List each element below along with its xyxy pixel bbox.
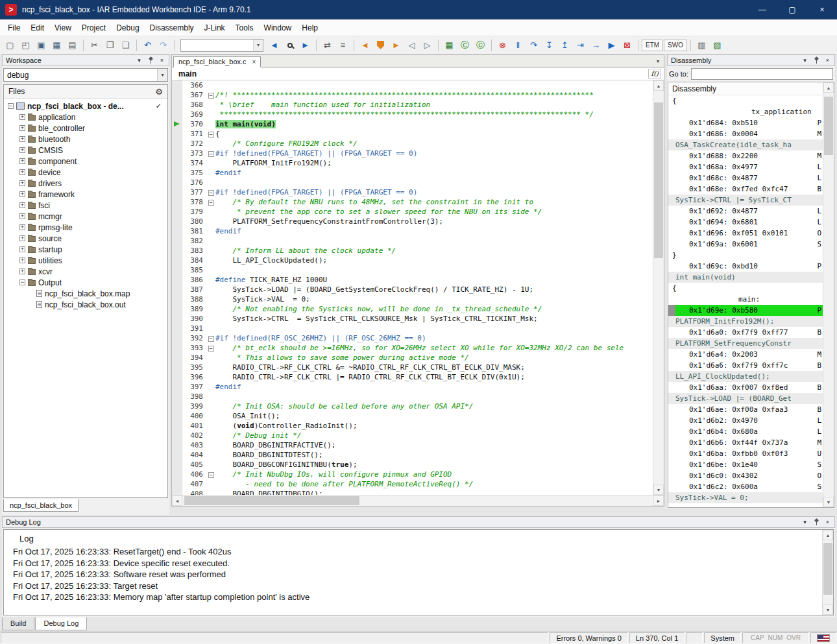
disassembly-row[interactable]: 0x1'd688: 0x2200M — [668, 150, 823, 161]
tree-item-application[interactable]: +application — [4, 112, 167, 123]
tree-item-output[interactable]: −Output — [4, 277, 167, 288]
undo-button[interactable]: ↶ — [140, 38, 155, 53]
go-button[interactable]: ▶ — [604, 38, 619, 53]
tree-item-rpmsg-lite[interactable]: +rpmsg-lite — [4, 222, 167, 233]
fold-collapse-icon[interactable]: − — [208, 200, 214, 206]
save-all-button[interactable]: ▦ — [49, 38, 64, 53]
breakpoint-margin-cell[interactable] — [172, 440, 183, 450]
disassembly-row[interactable]: 0x1'd6a4: 0x2003M — [668, 349, 823, 360]
scroll-left-button[interactable]: ◄ — [172, 495, 182, 506]
code-line-375[interactable]: 375#endif — [172, 168, 653, 178]
menu-item-view[interactable]: View — [49, 21, 77, 35]
code-line-394[interactable]: 394 * This allows to save some power dur… — [172, 353, 653, 363]
fold-collapse-icon[interactable]: − — [208, 132, 214, 137]
breakpoint-margin-cell[interactable] — [172, 187, 183, 197]
code-line-406[interactable]: 406− /* Init NbuDbg IOs, will configure … — [172, 470, 653, 479]
breakpoint-margin-cell[interactable] — [172, 207, 183, 217]
disassembly-row[interactable]: 0x1'd6b2: 0x4970L — [668, 415, 823, 426]
disassembly-row[interactable]: 0x1'd69a: 0x6001S — [668, 239, 823, 250]
code-line-407[interactable]: 407 - need to be done after PLATFORM_Rem… — [172, 479, 653, 489]
disassembly-row[interactable]: 0x1'd6ae: 0xf00a 0xfaa3B — [668, 404, 823, 415]
code-line-374[interactable]: 374 PLATFORM_InitFro192M(); — [172, 158, 653, 168]
code-line-389[interactable]: 389 /* Not enabling the Systicks now, wi… — [172, 304, 653, 314]
disassembly-row[interactable]: 0x1'd6a0: 0xf7f9 0xff77B — [668, 327, 823, 338]
breakpoint-margin-cell[interactable] — [172, 479, 183, 489]
step-into-button[interactable]: ↧ — [542, 38, 557, 53]
disassembly-row[interactable]: 0x1'd696: 0xf051 0x0101O — [668, 228, 823, 239]
disassembly-row[interactable]: 0x1'd6b4: 0x680aL — [668, 426, 823, 437]
code-line-390[interactable]: 390 SysTick->CTRL = SysTick_CTRL_CLKSOUR… — [172, 314, 653, 324]
tree-expander-icon[interactable]: − — [19, 280, 25, 285]
breakpoint-margin-cell[interactable] — [172, 363, 183, 372]
breakpoint-margin-cell[interactable] — [172, 460, 183, 470]
breakpoint-margin-cell[interactable] — [172, 110, 183, 119]
save-button[interactable]: ▣ — [34, 38, 49, 53]
tree-item-CMSIS[interactable]: +CMSIS — [4, 145, 167, 156]
tree-item-framework[interactable]: +framework — [4, 189, 167, 200]
navigate-forward-button[interactable]: ► — [298, 38, 313, 53]
disassembly-row[interactable]: 0x1'd686: 0x0004M — [668, 128, 823, 139]
previous-bookmark-button[interactable]: ◄ — [358, 38, 372, 53]
tree-expander-icon[interactable]: + — [19, 147, 25, 153]
next-bookmark-button[interactable]: ► — [389, 38, 404, 53]
navigate-backward-button[interactable]: ◄ — [267, 38, 282, 53]
code-line-370[interactable]: 370int main(void) — [172, 119, 653, 129]
tree-expander-icon[interactable]: + — [19, 268, 25, 274]
breakpoint-margin-cell[interactable] — [172, 90, 183, 100]
replace-button[interactable]: ⇄ — [320, 38, 335, 53]
disassembly-row[interactable]: { — [668, 95, 823, 106]
paste-button[interactable]: ❑ — [118, 38, 133, 53]
breakpoint-margin-cell[interactable] — [172, 401, 183, 411]
disassembly-row[interactable]: 0x1'd6aa: 0xf007 0xf8edB — [668, 382, 823, 393]
code-line-401[interactable]: 401 (void)Controller_RadioInit(); — [172, 421, 653, 431]
menu-item-edit[interactable]: Edit — [25, 21, 49, 35]
code-line-387[interactable]: 387 SysTick->LOAD |= (BOARD_GetSystemCor… — [172, 285, 653, 294]
current-function-label[interactable]: main — [178, 69, 197, 78]
fold-collapse-icon[interactable]: − — [208, 93, 214, 99]
disassembly-row[interactable]: 0x1'd69e: 0xb580P — [668, 305, 823, 316]
tree-expander-icon[interactable]: + — [19, 213, 25, 219]
code-line-404[interactable]: 404 BOARD_DBGINITDTEST(); — [172, 450, 653, 460]
tree-expander-icon[interactable]: + — [19, 202, 25, 208]
code-line-371[interactable]: 371−{ — [172, 129, 653, 139]
disassembly-row[interactable]: 0x1'd684: 0xb510P — [668, 117, 823, 128]
code-line-400[interactable]: 400 OSA_Init(); — [172, 411, 653, 421]
menu-item-debug[interactable]: Debug — [111, 21, 144, 35]
code-line-386[interactable]: 386#define TICK_RATE_HZ 1000U — [172, 275, 653, 285]
fold-collapse-icon[interactable]: − — [208, 336, 214, 342]
menu-item-j-link[interactable]: J-Link — [199, 21, 230, 35]
disassembly-row[interactable]: PLATFORM_InitFro192M(); — [668, 316, 823, 327]
combobox-dropdown-icon[interactable]: ▾ — [253, 40, 263, 51]
tree-expander-icon[interactable]: + — [19, 180, 25, 186]
fold-margin-cell[interactable]: − — [206, 90, 215, 100]
debug-log-vertical-scrollbar[interactable]: ▲ ▼ — [822, 530, 833, 615]
code-line-380[interactable]: 380 PLATFORM_SetFrequencyConstraintFromC… — [172, 217, 653, 226]
breakpoint-margin-cell[interactable] — [172, 450, 183, 460]
breakpoint-margin-cell[interactable] — [172, 294, 183, 304]
code-line-397[interactable]: 397#endif — [172, 382, 653, 392]
disassembly-row[interactable]: SysTick->CTRL |= SysTick_CT — [668, 195, 823, 206]
breakpoint-margin-cell[interactable] — [172, 217, 183, 226]
toolbar-search-input[interactable] — [181, 40, 253, 51]
code-line-379[interactable]: 379 * prevent the app core to set a slow… — [172, 207, 653, 217]
panel-menu-icon[interactable]: ▾ — [801, 519, 808, 525]
disassembly-row[interactable]: tx_application — [668, 106, 823, 117]
scroll-down-button[interactable]: ▼ — [823, 497, 834, 507]
disassembly-row[interactable]: 0x1'd6b6: 0xf44f 0x737aM — [668, 437, 823, 448]
code-line-408[interactable]: 408 BOARD_DBGINITDBGIO(); — [172, 489, 653, 495]
workspace-config-dropdown[interactable]: debug ▾ — [3, 68, 168, 82]
tree-expander-icon[interactable]: + — [19, 169, 25, 175]
breakpoint-margin-cell[interactable] — [172, 119, 183, 129]
breakpoint-margin-cell[interactable] — [172, 421, 183, 431]
tree-item-xcvr[interactable]: +xcvr — [4, 266, 167, 277]
tree-item-source[interactable]: +source — [4, 233, 167, 244]
tree-expander-icon[interactable]: + — [19, 246, 25, 252]
code-area[interactable]: 366367−/*! *****************************… — [172, 80, 653, 495]
fold-margin-cell[interactable]: − — [206, 149, 215, 158]
tree-expander-icon[interactable]: + — [19, 158, 25, 164]
scroll-up-button[interactable]: ▲ — [823, 82, 834, 93]
menu-item-project[interactable]: Project — [77, 21, 111, 35]
breakpoint-margin-cell[interactable] — [172, 256, 183, 265]
code-line-372[interactable]: 372 /* Configure FRO192M clock */ — [172, 139, 653, 149]
break-button[interactable]: ‖ — [511, 38, 526, 53]
